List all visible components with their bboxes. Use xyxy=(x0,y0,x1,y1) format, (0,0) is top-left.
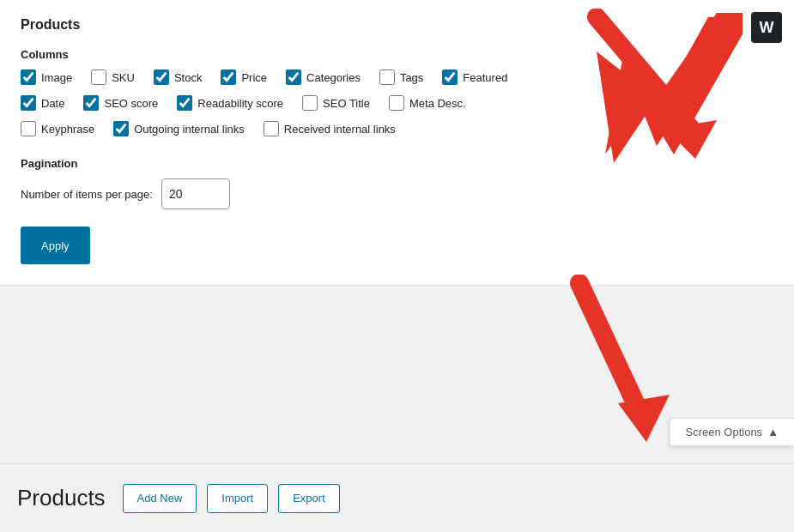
columns-section: Columns Image SKU Stock Price Categor xyxy=(21,48,773,140)
checkbox-item-seo-score[interactable]: SEO score xyxy=(83,95,158,111)
pagination-section: Pagination Number of items per page: xyxy=(21,157,773,209)
checkbox-seo-title[interactable] xyxy=(302,95,318,111)
bottom-bar: Products Add New Import Export xyxy=(0,463,794,532)
checkbox-keyphrase[interactable] xyxy=(21,121,36,136)
panel-title: Products xyxy=(21,17,773,33)
checkbox-price[interactable] xyxy=(221,70,236,85)
checkbox-meta-desc[interactable] xyxy=(389,95,404,111)
checkbox-image[interactable] xyxy=(21,70,36,85)
checkbox-sku[interactable] xyxy=(91,70,106,85)
apply-button[interactable]: Apply xyxy=(21,227,90,264)
checkbox-received-links[interactable] xyxy=(264,121,279,136)
checkbox-label-featured: Featured xyxy=(463,71,507,84)
checkbox-item-featured[interactable]: Featured xyxy=(442,70,507,85)
screen-options-arrow-icon: ▲ xyxy=(767,426,779,438)
screen-options-toggle[interactable]: Screen Options ▲ xyxy=(670,418,794,446)
checkbox-item-readability[interactable]: Readability score xyxy=(177,95,283,111)
checkbox-label-keyphrase: Keyphrase xyxy=(41,123,94,136)
checkbox-item-outgoing-links[interactable]: Outgoing internal links xyxy=(113,121,245,136)
checkbox-item-categories[interactable]: Categories xyxy=(286,70,361,85)
checkbox-item-date[interactable]: Date xyxy=(21,95,64,111)
checkbox-label-received-links: Received internal links xyxy=(284,123,396,136)
items-per-page-label: Number of items per page: xyxy=(21,188,153,201)
checkbox-categories[interactable] xyxy=(286,70,301,85)
checkbox-label-date: Date xyxy=(41,97,64,110)
checkbox-stock[interactable] xyxy=(154,70,169,85)
svg-line-4 xyxy=(579,283,639,412)
checkbox-date[interactable] xyxy=(21,95,36,111)
checkbox-label-sku: SKU xyxy=(112,71,135,84)
checkbox-item-received-links[interactable]: Received internal links xyxy=(264,121,396,136)
checkbox-item-sku[interactable]: SKU xyxy=(91,70,135,85)
checkbox-label-image: Image xyxy=(41,71,72,84)
checkbox-label-outgoing-links: Outgoing internal links xyxy=(134,123,245,136)
checkbox-label-tags: Tags xyxy=(400,71,423,84)
columns-row-2: Date SEO score Readability score SEO Tit… xyxy=(21,95,773,114)
checkbox-label-categories: Categories xyxy=(306,71,361,84)
checkbox-label-price: Price xyxy=(241,71,267,84)
checkbox-item-price[interactable]: Price xyxy=(221,70,267,85)
pagination-row: Number of items per page: xyxy=(21,178,773,209)
svg-marker-5 xyxy=(618,395,670,442)
checkbox-item-seo-title[interactable]: SEO Title xyxy=(302,95,370,111)
page-title: Products xyxy=(17,485,106,511)
checkbox-item-meta-desc[interactable]: Meta Desc. xyxy=(389,95,466,111)
checkbox-item-stock[interactable]: Stock xyxy=(154,70,203,85)
checkbox-featured[interactable] xyxy=(442,70,458,85)
checkbox-label-seo-score: SEO score xyxy=(104,97,158,110)
columns-row-3: Keyphrase Outgoing internal links Receiv… xyxy=(21,121,773,140)
checkbox-item-keyphrase[interactable]: Keyphrase xyxy=(21,121,94,136)
import-button[interactable]: Import xyxy=(207,484,268,513)
wordpress-icon: W xyxy=(751,12,782,43)
checkbox-label-stock: Stock xyxy=(174,71,203,84)
checkbox-tags[interactable] xyxy=(379,70,395,85)
screen-options-panel: W Products Columns Image SKU Stock Price xyxy=(0,0,794,286)
screen-options-label: Screen Options xyxy=(686,426,763,438)
add-new-button[interactable]: Add New xyxy=(123,484,197,513)
export-button[interactable]: Export xyxy=(278,484,340,513)
checkbox-label-meta-desc: Meta Desc. xyxy=(409,97,466,110)
columns-row-1: Image SKU Stock Price Categories Tags xyxy=(21,70,773,88)
checkbox-seo-score[interactable] xyxy=(83,95,99,111)
pagination-label: Pagination xyxy=(21,157,773,170)
checkbox-outgoing-links[interactable] xyxy=(113,121,129,136)
items-per-page-input[interactable] xyxy=(161,178,230,209)
checkbox-label-seo-title: SEO Title xyxy=(323,97,370,110)
checkbox-item-tags[interactable]: Tags xyxy=(379,70,423,85)
columns-label: Columns xyxy=(21,48,773,61)
checkbox-label-readability: Readability score xyxy=(197,97,283,110)
checkbox-readability[interactable] xyxy=(177,95,192,111)
checkbox-item-image[interactable]: Image xyxy=(21,70,72,85)
